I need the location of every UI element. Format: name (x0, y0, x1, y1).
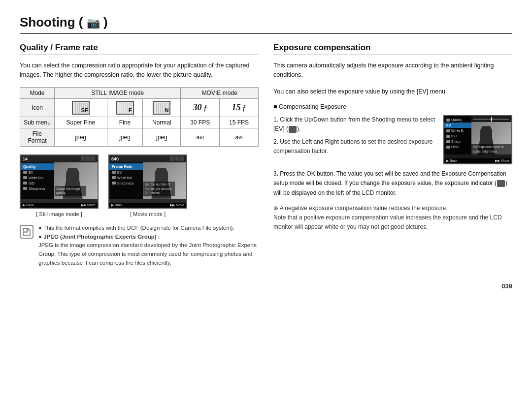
quality-table: Mode STILL IMAGE mode MOVIE mode Icon SF (20, 87, 259, 147)
exposure-section-title: Exposure compensation (273, 43, 512, 55)
table-submenu-15fps: 15 FPS (220, 117, 259, 128)
movie-screen-label: [ Movie mode ] (130, 211, 166, 217)
exposure-intro2: You can also select the exposure value b… (273, 87, 512, 96)
table-submenu-30fps: 30 FPS (181, 117, 220, 128)
table-icon-sf: SF (55, 98, 107, 117)
still-image-screen-wrap: 14 ⬛⬛⬛ Quality EV White Bal ISO Sharpnes… (20, 154, 99, 217)
step1-text: 1. Click the Up/Down button from the Sho… (273, 115, 436, 134)
note-icon (20, 225, 33, 239)
main-content: Quality / Frame rate You can select the … (20, 43, 512, 268)
table-format-jpeg3: jpeg (143, 128, 181, 146)
exposure-screen: Quality EV White B. ISO Sharp. OSD Set e… (443, 115, 512, 164)
table-format-avi1: avi (181, 128, 220, 146)
table-header-mode: Mode (20, 87, 55, 98)
table-submenu-f: Fine (107, 117, 143, 128)
exposure-intro1: This camera automatically adjusts the ex… (273, 61, 512, 80)
page-header: Shooting ( 📷 ) (20, 15, 512, 30)
table-format-jpeg2: jpeg (107, 128, 143, 146)
table-icon-30fps: 30 ƒ (181, 98, 220, 117)
page-number: 039 (20, 278, 512, 290)
exposure-steps-area: 1. Click the Up/Down button from the Sho… (273, 115, 512, 164)
exposure-steps-text: 1. Click the Up/Down button from the Sho… (273, 115, 436, 159)
table-icon-label: Icon (20, 98, 55, 117)
table-icon-15fps: 15 ƒ (220, 98, 259, 117)
header-divider (20, 33, 512, 34)
note-box: ● This file format complies with the DCF… (20, 224, 259, 268)
page-title: Shooting ( 📷 ) (20, 15, 108, 30)
right-column: Exposure compensation This camera automa… (273, 43, 512, 268)
still-image-screen: 14 ⬛⬛⬛ Quality EV White Bal ISO Sharpnes… (20, 154, 99, 209)
compensating-header: ■ Compensating Exposure (273, 103, 512, 110)
movie-screen-wrap: 640 ⬛⬛⬛ Frame Rate EV White Bal Sharpnes… (108, 154, 187, 217)
quality-intro: You can select the compression ratio app… (20, 61, 259, 80)
left-column: Quality / Frame rate You can select the … (20, 43, 259, 268)
exposure-steps: 1. Click the Up/Down button from the Sho… (273, 115, 436, 156)
table-submenu-sf: Super Fine (55, 117, 107, 128)
exposure-note: ※ A negative exposure compensation value… (273, 204, 512, 232)
step2-text: 2. Use the Left and Right buttons to set… (273, 137, 436, 156)
still-image-screen-label: [ Still image mode ] (36, 211, 82, 217)
camera-screens: 14 ⬛⬛⬛ Quality EV White Bal ISO Sharpnes… (20, 154, 259, 217)
quality-section-title: Quality / Frame rate (20, 43, 259, 55)
step3-text: 3. Press the OK button. The value you se… (273, 169, 512, 198)
table-header-still: STILL IMAGE mode (55, 87, 181, 98)
table-icon-f: F (107, 98, 143, 117)
table-icon-n: N (143, 98, 181, 117)
table-format-label: FileFormat (20, 128, 55, 146)
table-format-avi2: avi (220, 128, 259, 146)
table-format-jpeg1: jpeg (55, 128, 107, 146)
table-submenu-label: Sub menu (20, 117, 55, 128)
table-submenu-n: Normal (143, 117, 181, 128)
table-header-movie: MOVIE mode (181, 87, 259, 98)
camera-icon: 📷 (87, 17, 100, 29)
note-content: ● This file format complies with the DCF… (38, 224, 259, 268)
exposure-note-text: ※ A negative exposure compensation value… (273, 204, 512, 232)
movie-screen: 640 ⬛⬛⬛ Frame Rate EV White Bal Sharpnes… (108, 154, 187, 209)
exposure-screen-wrap: Quality EV White B. ISO Sharp. OSD Set e… (443, 115, 512, 164)
